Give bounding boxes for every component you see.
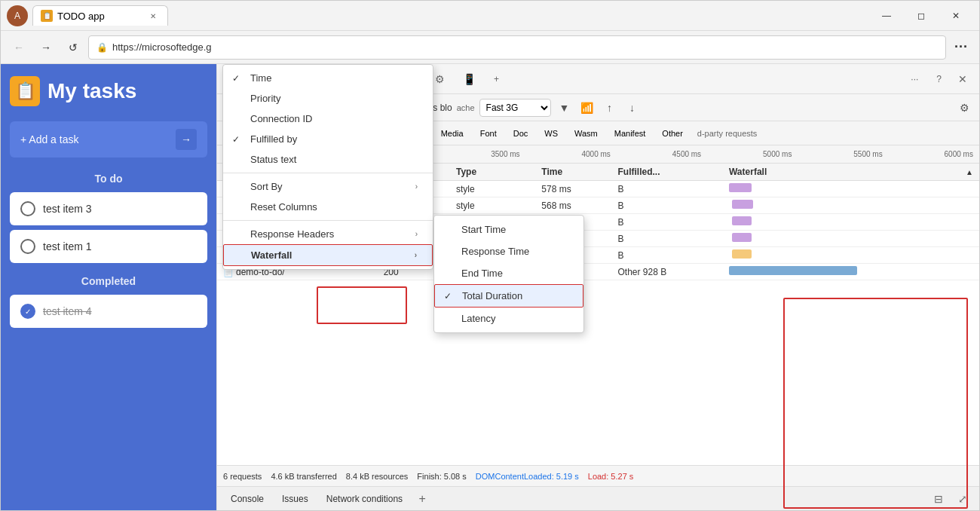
submenu-arrow-icon: ›: [415, 251, 417, 259]
submenu-total-duration[interactable]: ✓ Total Duration: [434, 284, 583, 308]
undock-icon[interactable]: ⤢: [952, 488, 973, 509]
throttle-down-icon[interactable]: ▼: [556, 99, 574, 117]
add-tab-button[interactable]: +: [413, 490, 431, 508]
menu-divider: [223, 220, 433, 221]
throttle-select[interactable]: Fast 3G Slow 3G No throttling: [479, 99, 551, 117]
menu-item-fulfilled-label: Fulfilled by: [250, 133, 297, 145]
row-waterfall: [723, 247, 979, 264]
waterfall-submenu: Start Time Response Time End Time ✓ Tota…: [433, 215, 584, 333]
dock-icon[interactable]: ⊟: [928, 488, 949, 509]
todo-section-label: To do: [10, 173, 207, 185]
devtools-more-button[interactable]: ···: [903, 69, 926, 89]
browser-tab[interactable]: 📋 TODO app ✕: [32, 5, 168, 26]
col-fulfilled[interactable]: Fulfilled...: [611, 164, 723, 181]
filter-media-button[interactable]: Media: [434, 127, 470, 140]
row-time: 568 ms: [535, 197, 611, 214]
network-settings-icon[interactable]: ⚙: [955, 99, 973, 117]
export-down-icon[interactable]: ↓: [623, 99, 642, 117]
task-item[interactable]: test item 3: [10, 192, 207, 225]
back-button[interactable]: ←: [7, 35, 31, 60]
url-bar[interactable]: 🔒 https://microsoftedge.g: [88, 35, 946, 60]
submenu-start-time[interactable]: Start Time: [434, 219, 583, 240]
devtools-bottom-tabs: Console Issues Network conditions + ⊟ ⤢: [217, 486, 979, 510]
check-icon: ✓: [444, 291, 452, 301]
menu-item-priority-label: Priority: [250, 93, 280, 104]
requests-count: 6 requests: [223, 472, 262, 481]
menu-item-reset-columns[interactable]: Reset Columns: [223, 197, 433, 217]
filter-doc-button[interactable]: Doc: [507, 127, 535, 140]
row-waterfall: [723, 181, 979, 197]
check-icon: ✓: [232, 134, 240, 145]
timeline-4500ms: 4500 ms: [672, 150, 701, 158]
menu-item-fulfilled-by[interactable]: ✓ Fulfilled by: [223, 129, 433, 149]
app-title: My tasks: [47, 79, 136, 103]
refresh-button[interactable]: ↺: [61, 35, 85, 60]
filter-manifest-button[interactable]: Manifest: [608, 127, 653, 140]
col-time[interactable]: Time: [535, 164, 611, 181]
filter-ws-button[interactable]: WS: [537, 127, 565, 140]
bottom-tab-console[interactable]: Console: [223, 491, 271, 507]
devtools-tab-device[interactable]: 📱: [455, 69, 483, 90]
add-task-label: + Add a task: [20, 133, 78, 145]
submenu-arrow-icon: ›: [415, 230, 418, 238]
devtools-tab-add[interactable]: +: [486, 69, 507, 89]
minimize-button[interactable]: —: [869, 4, 904, 28]
check-icon: ✓: [232, 73, 240, 84]
task-item[interactable]: test item 1: [10, 230, 207, 263]
filter-font-button[interactable]: Font: [473, 127, 504, 140]
row-fulfilled: B: [611, 181, 723, 197]
devtools-close-button[interactable]: ✕: [952, 69, 973, 90]
menu-item-reset-label: Reset Columns: [250, 201, 317, 213]
bottom-tab-issues[interactable]: Issues: [274, 491, 316, 507]
waterfall-header-label: Waterfall: [729, 167, 767, 177]
forward-button[interactable]: →: [34, 35, 58, 60]
tab-icon: 📋: [41, 10, 53, 22]
menu-item-connection-id[interactable]: Connection ID: [223, 109, 433, 129]
profile-avatar[interactable]: A: [7, 5, 28, 26]
task-text: test item 3: [43, 203, 197, 215]
timeline-4000ms: 4000 ms: [582, 150, 611, 158]
domcontent-time: DOMContentLoaded: 5.19 s: [476, 472, 579, 481]
devtools-help-button[interactable]: ?: [929, 69, 949, 89]
maximize-button[interactable]: ◻: [904, 4, 939, 28]
col-waterfall[interactable]: Waterfall ▲: [723, 164, 979, 181]
completed-task-item[interactable]: ✓ test item 4: [10, 295, 207, 328]
main-area: 📋 My tasks + Add a task → To do test ite…: [1, 64, 979, 510]
submenu-latency[interactable]: Latency: [434, 308, 583, 329]
submenu-end-time[interactable]: End Time: [434, 262, 583, 284]
waterfall-sort-icon: ▲: [966, 168, 973, 176]
row-waterfall: [723, 197, 979, 214]
submenu-end-time-label: End Time: [461, 268, 503, 279]
bottom-tab-network-conditions[interactable]: Network conditions: [319, 491, 410, 507]
menu-item-time[interactable]: ✓ Time: [223, 68, 433, 88]
filter-other-button[interactable]: Other: [655, 127, 690, 140]
menu-item-waterfall-label: Waterfall: [251, 249, 292, 261]
resources-size: 8.4 kB resources: [346, 472, 409, 481]
row-fulfilled: B: [611, 231, 723, 247]
col-type[interactable]: Type: [450, 164, 535, 181]
filter-wasm-button[interactable]: Wasm: [568, 127, 605, 140]
row-type: style: [450, 181, 535, 197]
submenu-response-time[interactable]: Response Time: [434, 240, 583, 262]
timeline-5000ms: 5000 ms: [763, 150, 792, 158]
completed-task-checkbox[interactable]: ✓: [20, 304, 35, 319]
submenu-response-time-label: Response Time: [461, 246, 529, 257]
title-bar-left: A 📋 TODO app ✕: [7, 5, 168, 26]
cache-label: ache: [457, 103, 475, 112]
add-task-button[interactable]: + Add a task →: [10, 121, 207, 158]
import-icon[interactable]: 📶: [578, 99, 596, 117]
row-type: style: [450, 197, 535, 214]
export-up-icon[interactable]: ↑: [601, 99, 619, 117]
menu-item-waterfall[interactable]: Waterfall ›: [223, 244, 433, 266]
menu-item-status-text-label: Status text: [250, 154, 296, 165]
menu-item-sort-by[interactable]: Sort By ›: [223, 176, 433, 197]
more-options-button[interactable]: ···: [949, 35, 973, 60]
window-controls: — ◻ ✕: [869, 4, 973, 28]
tab-close-button[interactable]: ✕: [146, 9, 160, 23]
close-button[interactable]: ✕: [939, 4, 973, 28]
task-checkbox[interactable]: [20, 239, 35, 254]
menu-item-status-text[interactable]: Status text: [223, 149, 433, 170]
menu-item-response-headers[interactable]: Response Headers ›: [223, 224, 433, 244]
menu-item-priority[interactable]: Priority: [223, 88, 433, 109]
task-checkbox[interactable]: [20, 201, 35, 216]
